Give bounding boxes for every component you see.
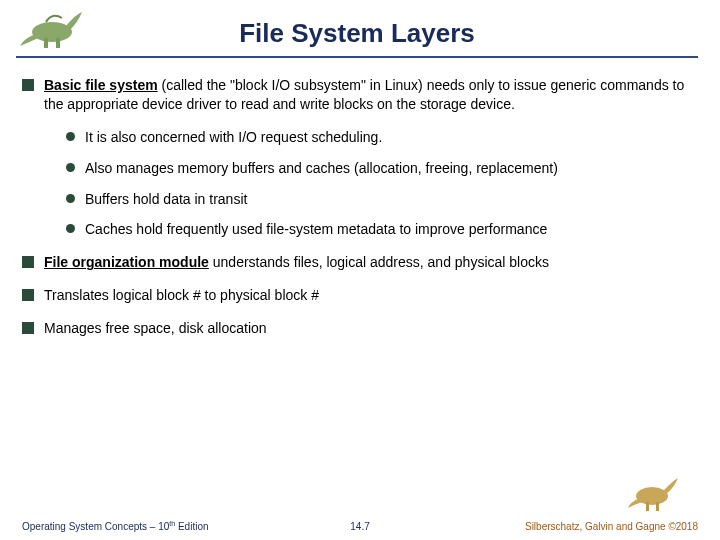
bullet-translate: Translates logical block # to physical b…	[22, 286, 698, 305]
circle-bullet-icon	[66, 163, 75, 172]
dinosaur-bottom-icon	[626, 474, 682, 514]
footer-right: Silberschatz, Galvin and Gagne ©2018	[525, 521, 698, 532]
circle-bullet-icon	[66, 224, 75, 233]
square-bullet-icon	[22, 256, 34, 268]
square-bullet-icon	[22, 289, 34, 301]
sub-bullet-text: Also manages memory buffers and caches (…	[85, 159, 698, 178]
slide-title: File System Layers	[16, 0, 698, 49]
bullet-free-space: Manages free space, disk allocation	[22, 319, 698, 338]
sub-bullet: It is also concerned with I/O request sc…	[66, 128, 698, 147]
bullet-text: Translates logical block # to physical b…	[44, 286, 698, 305]
circle-bullet-icon	[66, 132, 75, 141]
slide-footer: Operating System Concepts – 10th Edition…	[0, 510, 720, 540]
square-bullet-icon	[22, 322, 34, 334]
sub-bullet-text: Caches hold frequently used file-system …	[85, 220, 698, 239]
bullet-lead: Basic file system	[44, 77, 158, 93]
bullet-file-org: File organization module understands fil…	[22, 253, 698, 272]
sub-bullet: Also manages memory buffers and caches (…	[66, 159, 698, 178]
footer-page-number: 14.7	[350, 521, 369, 532]
footer-left: Operating System Concepts – 10th Edition	[22, 520, 209, 532]
circle-bullet-icon	[66, 194, 75, 203]
svg-point-0	[32, 22, 72, 42]
bullet-basic-fs: Basic file system (called the "block I/O…	[22, 76, 698, 114]
bullet-lead: File organization module	[44, 254, 209, 270]
bullet-text: understands files, logical address, and …	[209, 254, 549, 270]
slide-body: Basic file system (called the "block I/O…	[0, 58, 720, 338]
sub-bullet-text: Buffers hold data in transit	[85, 190, 698, 209]
sub-bullet: Caches hold frequently used file-system …	[66, 220, 698, 239]
sub-bullet: Buffers hold data in transit	[66, 190, 698, 209]
square-bullet-icon	[22, 79, 34, 91]
dinosaur-top-icon	[16, 4, 88, 52]
bullet-text: Manages free space, disk allocation	[44, 319, 698, 338]
svg-rect-1	[44, 38, 48, 48]
sub-bullet-text: It is also concerned with I/O request sc…	[85, 128, 698, 147]
svg-rect-2	[56, 38, 60, 48]
